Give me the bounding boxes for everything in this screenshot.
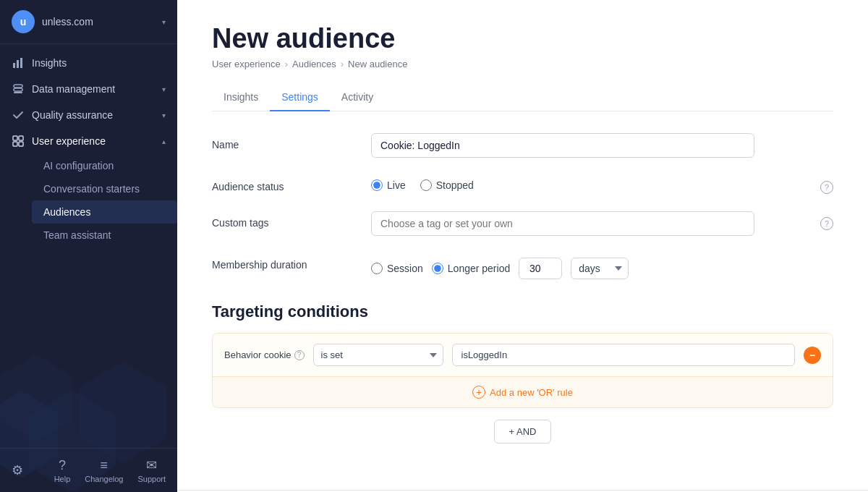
- condition-row: Behavior cookie ? is set is not set equa…: [213, 334, 833, 377]
- sidebar-logo: u: [12, 10, 35, 33]
- duration-session-option[interactable]: Session: [371, 263, 423, 274]
- custom-tags-label: Custom tags: [212, 211, 357, 229]
- svg-rect-10: [13, 136, 17, 140]
- sidebar-item-user-experience[interactable]: User experience ▴: [0, 128, 177, 154]
- breadcrumb-sep-1: ›: [285, 59, 288, 69]
- status-radio-group: Live Stopped: [371, 175, 799, 191]
- bottom-icons: ? Help ≡ Changelog ✉ Support: [54, 457, 166, 483]
- duration-session-radio[interactable]: [371, 263, 383, 274]
- check-icon: [12, 109, 25, 122]
- sidebar-item-quality-assurance-label: Quality assurance: [32, 109, 162, 121]
- user-experience-subnav: AI configuration Conversation starters A…: [0, 154, 177, 247]
- name-label: Name: [212, 133, 357, 150]
- main-content: New audience User experience › Audiences…: [177, 0, 868, 492]
- status-stopped-option[interactable]: Stopped: [420, 179, 474, 191]
- condition-block: Behavior cookie ? is set is not set equa…: [212, 333, 833, 408]
- sidebar-item-conversation-starters[interactable]: Conversation starters: [32, 177, 177, 200]
- settings-icon[interactable]: ⚙: [12, 462, 23, 478]
- audience-status-row: Audience status Live Stopped ?: [212, 175, 833, 194]
- sidebar-item-insights[interactable]: Insights: [0, 50, 177, 76]
- breadcrumb: User experience › Audiences › New audien…: [212, 59, 833, 69]
- audience-status-control: Live Stopped: [371, 175, 799, 191]
- sidebar-item-quality-assurance[interactable]: Quality assurance ▾: [0, 102, 177, 128]
- help-button[interactable]: ? Help: [54, 458, 71, 483]
- name-input[interactable]: [371, 133, 754, 158]
- svg-rect-11: [19, 136, 23, 140]
- name-control: [371, 133, 833, 158]
- add-or-row: + Add a new 'OR' rule: [213, 377, 833, 407]
- sidebar-item-ai-configuration[interactable]: AI configuration: [32, 154, 177, 177]
- svg-rect-5: [17, 60, 19, 68]
- condition-label: Behavior cookie ?: [224, 349, 305, 360]
- custom-tags-input[interactable]: [371, 211, 754, 236]
- and-button-wrapper: + AND: [212, 420, 833, 467]
- duration-value-input[interactable]: [519, 258, 562, 279]
- custom-tags-help-icon[interactable]: ?: [820, 217, 833, 230]
- tab-insights[interactable]: Insights: [212, 84, 270, 111]
- duration-unit-select[interactable]: days hours weeks: [571, 258, 629, 279]
- remove-condition-button[interactable]: −: [804, 347, 821, 364]
- chart-icon: [12, 56, 25, 69]
- condition-value-input[interactable]: [452, 344, 796, 366]
- workspace-chevron-icon: ▾: [162, 18, 166, 26]
- add-or-icon: +: [472, 386, 485, 399]
- grid-icon: [12, 135, 25, 148]
- status-live-radio[interactable]: [371, 179, 383, 191]
- tabs: Insights Settings Activity: [212, 84, 833, 111]
- audience-status-help-icon[interactable]: ?: [820, 181, 833, 194]
- duration-session-label: Session: [387, 263, 423, 274]
- membership-duration-label: Membership duration: [212, 253, 357, 271]
- user-experience-chevron-icon: ▴: [162, 137, 166, 145]
- status-stopped-radio[interactable]: [420, 179, 432, 191]
- tab-activity[interactable]: Activity: [330, 84, 385, 111]
- sidebar: u unless.com ▾ Insights: [0, 0, 177, 492]
- database-icon: [12, 82, 25, 96]
- status-stopped-label: Stopped: [436, 179, 474, 191]
- name-row: Name: [212, 133, 833, 158]
- status-live-option[interactable]: Live: [371, 179, 406, 191]
- add-or-label: Add a new 'OR' rule: [490, 387, 573, 398]
- breadcrumb-user-experience: User experience: [212, 59, 281, 69]
- breadcrumb-new-audience: New audience: [348, 59, 407, 69]
- svg-rect-12: [13, 142, 17, 146]
- sidebar-item-data-management[interactable]: Data management ▾: [0, 76, 177, 102]
- condition-label-text: Behavior cookie: [224, 349, 292, 360]
- support-button[interactable]: ✉ Support: [137, 457, 166, 483]
- svg-rect-4: [13, 63, 15, 68]
- svg-rect-9: [14, 92, 22, 93]
- and-button[interactable]: + AND: [494, 420, 552, 444]
- membership-duration-row: Membership duration Session Longer perio…: [212, 253, 833, 279]
- sidebar-item-user-experience-label: User experience: [32, 135, 162, 147]
- condition-help-icon[interactable]: ?: [294, 350, 305, 360]
- duration-longer-label: Longer period: [448, 263, 510, 274]
- breadcrumb-sep-2: ›: [341, 59, 344, 69]
- data-management-chevron-icon: ▾: [162, 85, 166, 93]
- duration-longer-option[interactable]: Longer period: [432, 263, 510, 274]
- workspace-name: unless.com: [42, 16, 162, 27]
- changelog-button[interactable]: ≡ Changelog: [85, 458, 123, 483]
- svg-rect-13: [19, 142, 23, 146]
- page-title: New audience: [212, 23, 833, 54]
- membership-duration-control: Session Longer period days hours weeks: [371, 253, 833, 279]
- svg-rect-8: [14, 88, 22, 91]
- breadcrumb-audiences: Audiences: [292, 59, 336, 69]
- custom-tags-control: [371, 211, 799, 236]
- sidebar-item-data-management-label: Data management: [32, 83, 162, 95]
- audience-status-label: Audience status: [212, 175, 357, 192]
- sidebar-bottom: ⚙ ? Help ≡ Changelog ✉ Support: [0, 448, 177, 492]
- duration-longer-radio[interactable]: [432, 263, 443, 274]
- sidebar-nav: Insights Data management ▾ Quality assur…: [0, 44, 177, 448]
- duration-group: Session Longer period days hours weeks: [371, 253, 833, 279]
- add-or-button[interactable]: + Add a new 'OR' rule: [472, 386, 573, 399]
- quality-assurance-chevron-icon: ▾: [162, 111, 166, 119]
- sidebar-item-insights-label: Insights: [32, 57, 166, 69]
- sidebar-item-audiences[interactable]: Audiences: [32, 200, 177, 224]
- svg-rect-6: [20, 58, 22, 68]
- condition-operator-select[interactable]: is set is not set equals contains: [313, 344, 443, 366]
- targeting-conditions-title: Targeting conditions: [212, 302, 833, 321]
- sidebar-header[interactable]: u unless.com ▾: [0, 0, 177, 44]
- sidebar-item-team-assistant[interactable]: Team assistant: [32, 224, 177, 247]
- custom-tags-row: Custom tags ?: [212, 211, 833, 236]
- tab-settings[interactable]: Settings: [270, 84, 330, 111]
- svg-rect-7: [14, 85, 22, 88]
